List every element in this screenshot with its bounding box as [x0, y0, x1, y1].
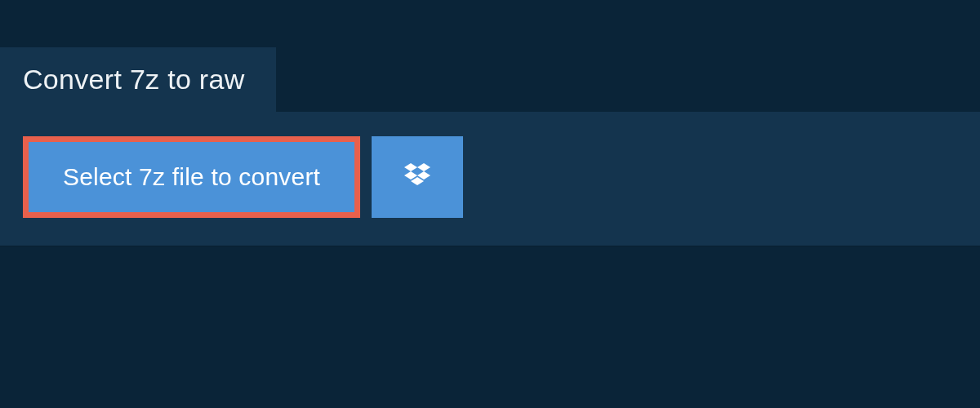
page-title: Convert 7z to raw	[23, 64, 245, 95]
dropbox-icon	[401, 160, 434, 195]
button-row: Select 7z file to convert	[23, 136, 957, 218]
conversion-panel: Select 7z file to convert	[0, 112, 980, 246]
below-panel	[0, 246, 980, 408]
select-file-button[interactable]: Select 7z file to convert	[23, 136, 360, 218]
tab-header: Convert 7z to raw	[0, 47, 276, 112]
dropbox-button[interactable]	[372, 136, 463, 218]
